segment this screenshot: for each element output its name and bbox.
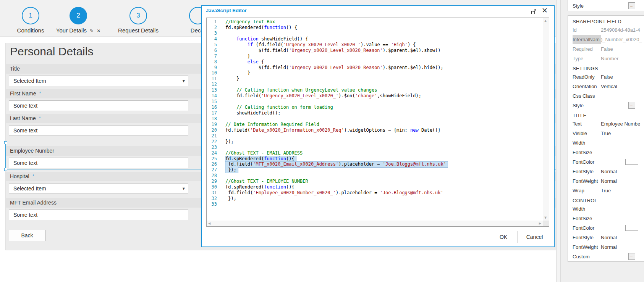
pencil-icon[interactable]: ✎ [90,28,94,34]
code-line-text: fd.field('Employee_x0020_Number_x0020_')… [225,190,443,196]
step-circle-3[interactable]: 3 [129,7,147,24]
field-dropdown[interactable]: Selected Item▼ [9,183,188,194]
field-dropdown[interactable]: Selected Item▼ [9,76,188,86]
property-row: FontStyleNormal [568,167,644,176]
scroll-down-icon[interactable]: ▼ [544,216,547,219]
code-editor[interactable]: 1//Urgency Text Box2fd.spRendered(functi… [206,18,549,227]
property-row: FontStyleNormal [568,233,644,242]
property-label: FontWeight [573,176,601,186]
code-line: 24//Ghost TEXT - EMAIL ADDRESS [207,150,542,156]
code-line: 12 [207,82,542,87]
property-row: FontWeightNormal [568,242,644,252]
property-row: Css Class [568,91,644,101]
scroll-up-icon[interactable]: ▲ [544,19,547,23]
scrollbar-corner [543,221,549,226]
property-value[interactable]: Vertical [601,84,617,89]
cancel-button[interactable]: Cancel [520,231,549,243]
line-number: 9 [207,65,217,71]
field-input[interactable]: Some text [9,125,188,136]
step-number: 1 [29,12,32,19]
field-input[interactable]: Some text [9,100,188,111]
back-button[interactable]: Back [9,230,45,241]
line-number: 4 [207,36,217,42]
code-line: 8 else { [207,59,542,65]
field-label: First Name * [10,89,41,98]
property-value[interactable]: False [601,46,613,52]
more-button[interactable]: ... [628,102,635,109]
line-number: 23 [207,145,217,150]
property-value[interactable]: Normal [601,169,617,174]
property-value[interactable]: Employee Numbe [601,121,640,127]
line-number: 8 [207,59,217,65]
property-label: Custom [573,252,601,261]
field-value: Some text [13,210,37,220]
code-line: 3 [207,31,542,36]
property-label: FontStyle [573,233,601,242]
line-number: 26 [207,161,217,167]
property-label: FontWeight [573,242,601,252]
color-swatch[interactable] [625,159,638,165]
code-line: 13 // Calling function when UrgencyLevel… [207,87,542,93]
color-swatch[interactable] [625,225,638,231]
more-button[interactable]: ... [628,253,635,260]
line-number: 33 [207,201,217,207]
property-value[interactable]: False [601,74,613,80]
property-value[interactable]: Normal [601,244,617,250]
popout-icon[interactable] [531,9,537,15]
selection-handle[interactable] [4,141,7,144]
property-label: Style [573,1,601,11]
code-line: 2fd.spRendered(function() { [207,25,542,31]
code-line-text: }); [225,139,234,145]
property-value[interactable]: Number [601,56,618,61]
step-label-text: Request Details [118,27,159,34]
property-value[interactable]: Normal [601,235,617,240]
line-number: 22 [207,139,217,145]
page-title: Personal Details [10,45,93,58]
code-line: 29//Ghost TEXT - EMPLOYEE NUMBER [207,179,542,184]
line-number: 14 [207,93,217,99]
step-circle-1[interactable]: 1 [22,7,39,24]
property-value[interactable]: Normal [601,178,617,184]
close-icon[interactable]: ✕ [542,6,548,15]
property-value[interactable]: True [601,188,611,193]
property-value[interactable]: 2549084d-48a1-4 [601,27,640,33]
property-row: FontSize [568,214,644,223]
property-value[interactable]: True [601,131,611,136]
selection-handle[interactable] [4,168,7,171]
step-label-2[interactable]: Your Details✎✕ [48,27,109,34]
property-label: Id [573,25,601,35]
code-line-text: fd.field('Date_x0020_Information_x0020_R… [225,127,441,133]
property-value[interactable]: )_Number_x0020_ [601,37,642,42]
vertical-scrollbar[interactable]: ▲ ▼ [543,18,549,221]
line-number: 12 [207,82,217,87]
property-row: InternalNam)_Number_x0020_ [568,35,644,44]
line-number: 19 [207,122,217,127]
code-line: 18 [207,116,542,122]
code-line-text: }); [225,167,238,173]
code-line: 23 [207,145,542,150]
field-value: Some text [13,101,37,111]
step-label-3[interactable]: Request Details [108,27,169,34]
panel-splitter[interactable] [556,0,561,282]
property-label: ReadOnly [573,72,601,82]
line-number: 5 [207,42,217,48]
ok-button[interactable]: OK [489,231,518,243]
line-number: 10 [207,70,217,76]
line-number: 13 [207,87,217,93]
properties-panel: Style... SHAREPOINT FIELDId2549084d-48a1… [561,0,644,282]
code-line: 31 fd.field('Employee_x0020_Number_x0020… [207,190,542,196]
section-header: TITLE [568,110,644,119]
more-button[interactable]: ... [628,2,635,9]
dropdown-caret-icon[interactable]: ▼ [183,187,185,190]
scroll-left-icon[interactable]: ◀ [208,222,210,225]
code-line: 6 $(fd.field('Urgency_x0020_Level_x0020_… [207,48,542,53]
step-circle-2[interactable]: 2 [70,7,87,24]
horizontal-scrollbar[interactable]: ◀ ▶ [207,221,543,226]
scroll-right-icon[interactable]: ▶ [539,222,541,225]
code-line: 30fd.spRendered(function(){ [207,184,542,190]
field-input[interactable]: Some text [9,209,188,220]
line-number: 1 [207,19,217,25]
delete-step-icon[interactable]: ✕ [97,28,100,34]
dropdown-caret-icon[interactable]: ▼ [183,79,185,83]
line-number: 15 [207,99,217,105]
